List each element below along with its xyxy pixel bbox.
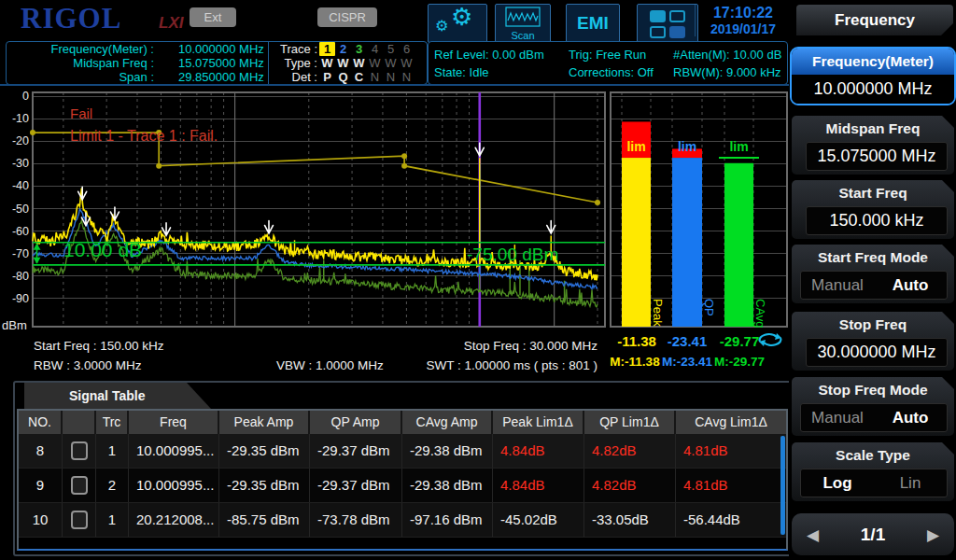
attenuation: #Atten(M): 10.00 dB bbox=[673, 46, 781, 63]
next-page-icon[interactable]: ▶ bbox=[927, 525, 939, 544]
page-indicator: 1/1 bbox=[861, 525, 885, 545]
option-lin[interactable]: Lin bbox=[874, 469, 947, 497]
option-log[interactable]: Log bbox=[801, 469, 874, 497]
softkey-scale-type[interactable]: Scale Type Log Lin bbox=[792, 442, 954, 501]
cell-trc: 1 bbox=[96, 503, 129, 537]
table-row[interactable]: 10 1 20.212008... -85.75 dBm -73.78 dBm … bbox=[19, 503, 786, 538]
svg-text:10.00 dB: 10.00 dB bbox=[63, 239, 142, 260]
option-auto[interactable]: Auto bbox=[874, 404, 947, 431]
cell-no: 9 bbox=[19, 469, 63, 502]
cell-cavg-amp: -97.16 dBm bbox=[402, 503, 493, 537]
corrections: Corrections: Off bbox=[569, 63, 654, 81]
svg-text:dBm: dBm bbox=[2, 318, 27, 332]
trace-2-indicator: 2 bbox=[335, 42, 351, 56]
col-trc: Trc bbox=[96, 411, 129, 434]
table-scrollbar[interactable] bbox=[780, 436, 785, 535]
marker-icon bbox=[475, 143, 484, 156]
svg-text:-75.00 dBm: -75.00 dBm bbox=[467, 245, 558, 264]
table-row[interactable]: 9 2 10.000995... -29.35 dBm -29.37 dBm -… bbox=[19, 469, 786, 503]
scan-button[interactable]: Scan bbox=[495, 4, 551, 43]
rigol-logo: RIGOL bbox=[21, 2, 121, 35]
svg-text:-80: -80 bbox=[12, 270, 29, 283]
softkey-label: Stop Freq bbox=[792, 312, 954, 337]
signal-table-tab[interactable]: Signal Table bbox=[24, 383, 211, 409]
option-auto[interactable]: Auto bbox=[874, 272, 947, 299]
softkey-stop-freq[interactable]: Stop Freq 30.000000 MHz bbox=[792, 312, 954, 371]
trace-3-indicator: 3 bbox=[351, 42, 367, 56]
col-cavg-amp: CAvg Amp bbox=[402, 411, 493, 434]
cell-cavg-amp: -29.38 dBm bbox=[402, 434, 493, 468]
window-layout-button[interactable] bbox=[637, 4, 698, 43]
softkey-start-freq[interactable]: Start Freq 150.000 kHz bbox=[792, 180, 954, 239]
cell-no: 8 bbox=[19, 434, 63, 468]
settings-button[interactable]: ⚙ ⚙ bbox=[428, 4, 487, 43]
info-label: Frequency(Meter) : bbox=[7, 42, 154, 56]
date: 2019/01/17 bbox=[697, 21, 789, 36]
trace-type: W bbox=[367, 56, 383, 70]
svg-text:-70: -70 bbox=[12, 247, 29, 260]
svg-text:-60: -60 bbox=[12, 225, 29, 238]
table-row[interactable]: 8 1 10.000995... -29.35 dBm -29.37 dBm -… bbox=[19, 434, 786, 469]
svg-text:0: 0 bbox=[22, 90, 29, 103]
layout-grid-icon bbox=[650, 10, 685, 38]
spectrum-plot: 0-10-20-30-40-50-60-70-80-90dBm10.00 dB-… bbox=[0, 86, 609, 336]
emi-mode-button[interactable]: EMI bbox=[566, 4, 620, 43]
row-checkbox[interactable] bbox=[71, 476, 88, 495]
info-value: 15.075000 MHz bbox=[178, 56, 264, 70]
prev-page-icon[interactable]: ◀ bbox=[807, 525, 819, 544]
trace-type: W bbox=[319, 56, 335, 70]
row-checkbox[interactable] bbox=[71, 511, 88, 529]
detector-type: N bbox=[399, 70, 415, 84]
softkey-midspan-freq[interactable]: Midspan Freq 15.075000 MHz bbox=[792, 116, 954, 175]
softkey-label: Stop Freq Mode bbox=[792, 377, 954, 402]
col-cavg-lim: CAvg Lim1Δ bbox=[676, 411, 786, 434]
option-manual[interactable]: Manual bbox=[801, 404, 874, 431]
cell-cavg-lim: 4.81dB bbox=[676, 434, 786, 468]
stop-freq-readout: Stop Freq : 30.000 MHz bbox=[407, 339, 598, 353]
vbw-readout: VBW : 1.0000 MHz bbox=[276, 358, 384, 372]
svg-text:Peak: Peak bbox=[651, 299, 665, 327]
softkey-value: 10.000000 MHz bbox=[792, 75, 954, 104]
acquisition-info-panel: Ref Level: 0.00 dBm State: Idle Trig: Fr… bbox=[428, 41, 788, 85]
start-freq-readout: Start Freq : 150.00 kHz bbox=[34, 339, 164, 353]
page-navigator[interactable]: ◀ 1/1 ▶ bbox=[792, 513, 954, 555]
ext-ref-badge: Ext bbox=[190, 7, 236, 27]
svg-text:-50: -50 bbox=[12, 203, 29, 216]
cell-trc: 2 bbox=[96, 469, 129, 502]
row-checkbox[interactable] bbox=[71, 441, 88, 460]
cell-peak-amp: -29.35 dBm bbox=[219, 469, 310, 502]
detector-type: N bbox=[383, 70, 399, 84]
softkey-label: Start Freq Mode bbox=[792, 245, 954, 270]
rbw-meter: RBW(M): 9.000 kHz bbox=[673, 63, 781, 81]
cispr-badge: CISPR bbox=[317, 7, 377, 27]
scan-label: Scan bbox=[496, 30, 550, 41]
swt-readout: SWT : 1.00000 ms ( pts : 801 ) bbox=[373, 358, 598, 372]
marker-icon bbox=[78, 187, 87, 200]
signal-table-frame: NO. Trc Freq Peak Amp QP Amp CAvg Amp Pe… bbox=[17, 409, 788, 551]
detector-type: P bbox=[319, 70, 335, 84]
state: State: Idle bbox=[434, 63, 544, 81]
svg-text:QP: QP bbox=[702, 299, 716, 316]
clock: 17:10:22 2019/01/17 bbox=[695, 5, 789, 36]
cell-peak-lim: 4.84dB bbox=[493, 469, 584, 502]
trace-5-indicator: 5 bbox=[383, 42, 399, 56]
trace-row-label: Trace : bbox=[273, 42, 317, 56]
marker-icon bbox=[162, 223, 171, 236]
softkey-start-freq-mode[interactable]: Start Freq Mode Manual Auto bbox=[792, 245, 954, 303]
info-label: Span : bbox=[7, 70, 154, 84]
softkey-frequency-meter[interactable]: Frequency(Meter) 10.000000 MHz bbox=[790, 47, 956, 105]
cell-freq: 20.212008... bbox=[129, 503, 219, 537]
time: 17:10:22 bbox=[697, 5, 789, 21]
gear-icon: ⚙ bbox=[451, 3, 472, 31]
det-row-label: Det : bbox=[273, 70, 317, 84]
softkey-stop-freq-mode[interactable]: Stop Freq Mode Manual Auto bbox=[792, 377, 954, 436]
gear-icon: ⚙ bbox=[435, 17, 448, 35]
info-label: Midspan Freq : bbox=[7, 56, 154, 70]
softkey-label: Frequency(Meter) bbox=[792, 49, 954, 75]
refresh-icon[interactable] bbox=[756, 330, 784, 349]
trace-6-indicator: 6 bbox=[399, 42, 415, 56]
svg-text:-90: -90 bbox=[12, 292, 29, 305]
svg-text:Fail: Fail bbox=[70, 105, 92, 121]
cell-peak-lim: -45.02dB bbox=[493, 503, 584, 537]
option-manual[interactable]: Manual bbox=[801, 272, 874, 299]
